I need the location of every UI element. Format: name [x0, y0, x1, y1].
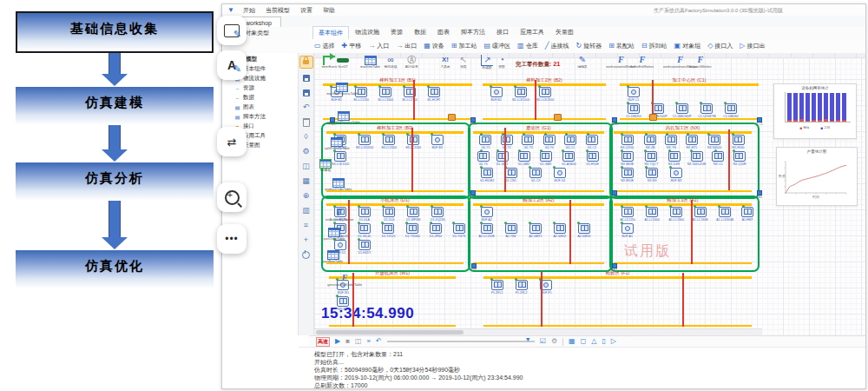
- tool-设备[interactable]: ▦设备: [424, 42, 444, 50]
- canvas-data-object[interactable]: productOrderTable: [317, 177, 360, 193]
- zoom-in-button[interactable]: [217, 182, 247, 212]
- machine-node[interactable]: BUF-A2: [476, 207, 498, 223]
- move-button[interactable]: +: [300, 235, 312, 246]
- tool-装配站[interactable]: ⊞装配站: [608, 42, 635, 50]
- crane-icon[interactable]: [554, 114, 562, 121]
- warning-icon[interactable]: △: [591, 338, 596, 345]
- tool-平移[interactable]: ✚平移: [342, 42, 362, 50]
- simulation-canvas[interactable]: 15:34:54.990 试用版 设备利用率统计 等待工作 产量统计图 时间数量…: [314, 53, 865, 335]
- machine-node[interactable]: G1-Y2: [497, 135, 517, 151]
- ribbon-tab-资源[interactable]: 资源: [385, 26, 408, 40]
- machine-node[interactable]: B1-LC2500: [398, 87, 421, 103]
- utilization-chart-card[interactable]: 设备利用率统计 等待工作: [773, 83, 857, 139]
- machine-node[interactable]: A1-LC1600: [641, 207, 663, 223]
- canvas-object-F[interactable]: FdispatchWorker: [682, 55, 719, 70]
- ribbon-tab-应用工具[interactable]: 应用工具: [515, 26, 549, 40]
- tool-入口[interactable]: →入口: [368, 42, 389, 50]
- machine-node[interactable]: G1-Y5: [476, 151, 490, 168]
- canvas-object-evt-bar[interactable]: ScnDT: [335, 55, 351, 70]
- machine-node[interactable]: A1-HMT: [738, 207, 757, 223]
- machine-node[interactable]: G1-Y4: [540, 135, 560, 151]
- tree-item-图表[interactable]: ▤图表: [222, 103, 298, 112]
- machine-node[interactable]: NX-YQC7: [640, 151, 662, 168]
- machine-node[interactable]: D1-TZ120: [377, 223, 399, 240]
- canvas-object-acircle[interactable]: ⒶADV目录: [401, 55, 422, 70]
- canvas-data-object[interactable]: KB看板: [317, 158, 334, 174]
- machine-node[interactable]: NX-LZ50L: [616, 135, 639, 151]
- ribbon-tab-数据[interactable]: 数据: [409, 26, 431, 40]
- machine-node[interactable]: BUF-B2: [485, 87, 508, 103]
- canvas-data-object[interactable]: splitProcessTable: [317, 136, 358, 152]
- machine-node[interactable]: NX-Q10R: [728, 151, 751, 168]
- machine-node[interactable]: A2-GMT1: [524, 223, 547, 240]
- tool-拆卸站[interactable]: ⊟拆卸站: [641, 42, 667, 50]
- transfer-port[interactable]: P-NX: [608, 117, 621, 127]
- data-table-button[interactable]: ▥: [300, 205, 312, 216]
- machine-node[interactable]: D1-HZDT: [353, 240, 376, 256]
- machine-node[interactable]: G1-GM2: [514, 151, 534, 168]
- machine-node[interactable]: A2-LC250B: [476, 223, 498, 240]
- layers-button[interactable]: ◊: [300, 131, 312, 142]
- tool-选择[interactable]: ▭选择: [314, 42, 335, 50]
- screenshot-edit-button[interactable]: ✎: [217, 16, 247, 45]
- transfer-port[interactable]: P-A2: [608, 190, 620, 200]
- menu-设置[interactable]: 设置: [300, 6, 312, 15]
- machine-node[interactable]: A1-LC1900: [665, 207, 687, 223]
- crane-icon[interactable]: [649, 114, 657, 121]
- settings-button[interactable]: ⚙: [300, 146, 312, 157]
- machine-node[interactable]: A1-LC1250: [616, 207, 639, 223]
- machine-node[interactable]: G1-H50E: [582, 151, 603, 168]
- ribbon-tab-物流设施[interactable]: 物流设施: [350, 26, 385, 40]
- tool-连接线[interactable]: ╱连接线: [545, 42, 569, 50]
- power-button[interactable]: [300, 249, 312, 261]
- fast-forward-button[interactable]: »: [367, 338, 371, 345]
- machine-node[interactable]: D1-WP6W: [402, 207, 424, 223]
- stop-button[interactable]: ■: [345, 338, 350, 345]
- machine-node[interactable]: F1-ZKL2: [510, 280, 533, 296]
- step-run-icon[interactable]: ▷: [611, 338, 616, 345]
- machine-node[interactable]: G1-C2: [582, 135, 602, 151]
- calendar-button[interactable]: ▦: [300, 176, 312, 187]
- machine-node[interactable]: B1-HCRT: [423, 87, 445, 103]
- machine-node[interactable]: G1-AG600: [557, 151, 580, 168]
- machine-node[interactable]: F1-ZKL1: [486, 280, 509, 296]
- save-button[interactable]: [300, 72, 312, 83]
- clear-log-icon[interactable]: ▯: [602, 338, 605, 345]
- tool-仓库[interactable]: ▥仓库: [517, 42, 538, 50]
- hierarchy-button[interactable]: ≡: [300, 220, 312, 231]
- machine-node[interactable]: NX-H50E: [616, 168, 639, 184]
- machine-node[interactable]: D1-ZP60: [425, 223, 446, 240]
- machine-node[interactable]: G1-GM3: [536, 151, 556, 168]
- package-button[interactable]: ◫: [300, 161, 312, 172]
- machine-node[interactable]: G1-Y1: [476, 135, 496, 151]
- machine-node[interactable]: BUF-B3: [426, 135, 449, 151]
- machine-node[interactable]: BUF-A1: [616, 223, 639, 240]
- canvas-object-xl[interactable]: X!刀具表: [437, 55, 453, 70]
- machine-node[interactable]: B2-LCK2000: [534, 87, 556, 103]
- transfer-port[interactable]: P-G1: [467, 117, 479, 127]
- machine-node[interactable]: D1-DL6: [378, 207, 400, 223]
- tree-item-脚本方法[interactable]: ▤脚本方法: [222, 112, 298, 122]
- tool-缓冲区[interactable]: ▤缓冲区: [484, 42, 511, 50]
- machine-node[interactable]: NX-N4500: [703, 135, 726, 151]
- scrollbar-thumb[interactable]: [316, 330, 464, 335]
- ribbon-tab-基本组件[interactable]: 基本组件: [312, 26, 349, 40]
- tool-接口出[interactable]: ▷接口出: [740, 42, 765, 50]
- table-view-icon[interactable]: ▦: [569, 338, 575, 345]
- confirm-toggle-icon[interactable]: ☑: [540, 338, 546, 345]
- canvas-object-chart[interactable]: ↗折线图: [479, 55, 495, 71]
- canvas-data-object[interactable]: partBomTable: [317, 249, 349, 265]
- transfer-port[interactable]: P-A1: [753, 190, 765, 200]
- ribbon-tab-矢量图[interactable]: 矢量图: [550, 26, 579, 40]
- canvas-data-object[interactable]: partOrderTable: [317, 227, 352, 242]
- canvas-object-cursor[interactable]: ↖拾取: [458, 55, 469, 70]
- machine-node[interactable]: G1-CX: [524, 168, 547, 184]
- transfer-port[interactable]: P-F1: [608, 263, 620, 273]
- ribbon-tab-图表[interactable]: 图表: [432, 26, 455, 40]
- delete-button[interactable]: [300, 116, 312, 128]
- text-edit-button[interactable]: A✎: [217, 50, 247, 80]
- more-button[interactable]: •••: [217, 224, 247, 254]
- machine-node[interactable]: NX-H63E: [616, 151, 638, 168]
- machine-node[interactable]: BUF-G1: [549, 168, 571, 184]
- save-as-button[interactable]: [300, 87, 312, 98]
